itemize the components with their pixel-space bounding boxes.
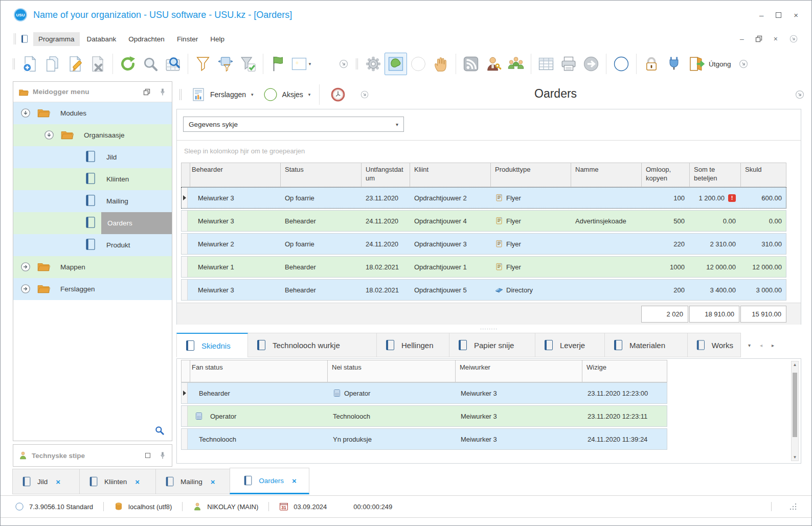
column-header-namme[interactable]: Namme <box>571 163 642 187</box>
tree-item-jild[interactable]: Jild <box>13 146 172 168</box>
mdi-close-button[interactable]: × <box>774 35 778 43</box>
column-header-wizige[interactable]: Wizige <box>582 360 668 382</box>
scrollbar-thumb[interactable] <box>793 373 797 437</box>
close-tab-icon[interactable]: × <box>292 476 297 485</box>
tab-technolooch-wurkje[interactable]: Technolooch wurkje <box>248 333 377 357</box>
table-row[interactable]: Meiwurker 3 Behearder 24.11.2020 Opdrach… <box>181 210 786 232</box>
flag-button[interactable] <box>267 53 289 75</box>
expand-group-icon[interactable] <box>738 59 749 69</box>
doc-tab-kliinten[interactable]: Kliinten × <box>79 469 156 494</box>
tab-works[interactable]: Works <box>688 333 741 357</box>
color-theme-button[interactable] <box>407 53 430 75</box>
support-panel[interactable]: Technyske stipe <box>13 444 172 467</box>
expand-icon[interactable] <box>20 262 31 272</box>
tab-scroll-left-icon[interactable]: ◂ <box>760 342 762 348</box>
refresh-button[interactable] <box>117 53 139 75</box>
column-header-produkttype[interactable]: Produkttype <box>491 163 571 187</box>
column-header-meiwurker[interactable]: Meiwurker <box>456 360 582 382</box>
tree-item-organisaasje[interactable]: Organisaasje <box>13 124 172 146</box>
tab-scroll-right-icon[interactable]: ▸ <box>772 342 774 348</box>
close-button[interactable]: × <box>794 11 798 19</box>
tree-item-produkt[interactable]: Produkt <box>13 234 172 256</box>
picture-button[interactable]: ▾ <box>289 53 312 75</box>
tab-skiednis[interactable]: Skiednis <box>176 333 248 357</box>
minimize-button[interactable]: – <box>759 11 763 19</box>
column-header-status[interactable]: Status <box>281 163 362 187</box>
column-header-som[interactable]: Som te beteljen <box>690 163 741 187</box>
info-button[interactable] <box>610 53 633 75</box>
column-header-kliint[interactable]: Kliint <box>410 163 491 187</box>
table-view-button[interactable] <box>535 53 557 75</box>
column-header-nei-status[interactable]: Nei status <box>328 360 456 382</box>
collapse-icon[interactable] <box>20 108 31 118</box>
delete-document-button[interactable] <box>86 53 109 75</box>
copy-document-button[interactable] <box>41 53 64 75</box>
exit-button[interactable] <box>685 53 708 75</box>
search-button[interactable] <box>139 53 162 75</box>
table-row[interactable]: Meiwurker 3 Behearder 18.02.2021 Opdrach… <box>181 279 786 301</box>
column-header-omloop[interactable]: Omloop, kopyen <box>642 163 690 187</box>
advanced-search-button[interactable] <box>162 53 184 75</box>
resize-grip-icon[interactable] <box>789 502 797 511</box>
tab-hellingen[interactable]: Hellingen <box>377 333 449 357</box>
user-access-button[interactable] <box>482 53 505 75</box>
actions-dropdown-button[interactable]: Aksjes ▾ <box>263 87 311 102</box>
tree-item-modules[interactable]: Modules <box>13 102 172 124</box>
filter-apply-button[interactable] <box>237 53 259 75</box>
doc-tab-oarders[interactable]: Oarders × <box>230 468 309 494</box>
table-row[interactable]: Meiwurker 3 Op foarrie 23.11.2020 Opdrac… <box>181 187 786 209</box>
column-header-untfangstdatum[interactable]: Untfangstdatum <box>362 163 410 187</box>
expand-icon[interactable] <box>20 284 31 294</box>
feed-button[interactable] <box>460 53 482 75</box>
tree-item-mappen[interactable]: Mappen <box>13 256 172 278</box>
menu-opdrachten[interactable]: Opdrachten <box>123 32 170 46</box>
column-header-skuld[interactable]: Skuld <box>741 163 787 187</box>
expand-toolbar-icon[interactable] <box>789 34 798 43</box>
tab-leverje[interactable]: Leverje <box>535 333 605 357</box>
float-panel-icon[interactable] <box>143 88 150 96</box>
mdi-restore-button[interactable] <box>755 35 762 42</box>
map-button[interactable] <box>385 53 407 75</box>
exit-label[interactable]: Útgong <box>709 60 731 68</box>
history-row[interactable]: Operator Technolooch Meiwurker 3 23.11.2… <box>181 405 667 427</box>
settings-button[interactable] <box>362 53 385 75</box>
stop-button[interactable] <box>430 53 452 75</box>
horizontal-splitter[interactable]: ········ <box>176 326 801 332</box>
mdi-minimize-button[interactable]: – <box>740 35 744 43</box>
pin-icon[interactable] <box>159 88 167 96</box>
menu-finster[interactable]: Finster <box>172 32 203 46</box>
maximize-button[interactable] <box>776 12 781 18</box>
pin-icon[interactable] <box>159 451 167 460</box>
tree-item-ferslaggen[interactable]: Ferslaggen <box>13 278 172 300</box>
tab-list-dropdown-icon[interactable]: ▾ <box>748 342 751 348</box>
data-search-combobox[interactable]: Gegevens sykje ▾ <box>183 117 404 132</box>
history-scrollbar[interactable]: ▲ ▼ <box>791 361 799 461</box>
scroll-down-icon[interactable]: ▼ <box>792 455 798 460</box>
history-row[interactable]: Technolooch Yn produksje Meiwurker 3 24.… <box>181 428 667 450</box>
tab-papier-snije[interactable]: Papier snije <box>449 333 535 357</box>
edit-document-button[interactable] <box>64 53 86 75</box>
reports-dropdown-button[interactable]: Ferslaggen ▾ <box>191 87 254 102</box>
scheduler-button[interactable] <box>328 85 348 104</box>
tab-materialen[interactable]: Materialen <box>605 333 688 357</box>
table-row[interactable]: Meiwurker 1 Behearder 18.02.2021 Opdrach… <box>181 256 786 278</box>
tree-item-kliinten[interactable]: Kliinten <box>13 168 172 190</box>
close-tab-icon[interactable]: × <box>211 477 215 486</box>
new-document-button[interactable] <box>19 53 41 75</box>
lock-button[interactable] <box>640 53 663 75</box>
menu-databank[interactable]: Databank <box>82 32 122 46</box>
print-button[interactable] <box>557 53 580 75</box>
doc-tab-mailing[interactable]: Mailing × <box>155 469 230 494</box>
column-header-fan-status[interactable]: Fan status <box>188 360 328 382</box>
maximize-panel-icon[interactable] <box>145 453 150 458</box>
filter-button[interactable] <box>192 53 214 75</box>
menu-programma[interactable]: Programma <box>33 32 80 46</box>
column-header-behearder[interactable]: Behearder <box>188 163 281 187</box>
table-row[interactable]: Meiwurker 2 Op foarrie 24.11.2020 Opdrac… <box>181 233 786 255</box>
close-tab-icon[interactable]: × <box>135 477 140 486</box>
tree-item-mailing[interactable]: Mailing <box>13 190 172 212</box>
scroll-up-icon[interactable]: ▲ <box>792 362 798 367</box>
tree-item-oarders[interactable]: Oarders <box>13 212 172 234</box>
export-button[interactable] <box>580 53 602 75</box>
doc-tab-jild[interactable]: Jild × <box>12 469 80 494</box>
